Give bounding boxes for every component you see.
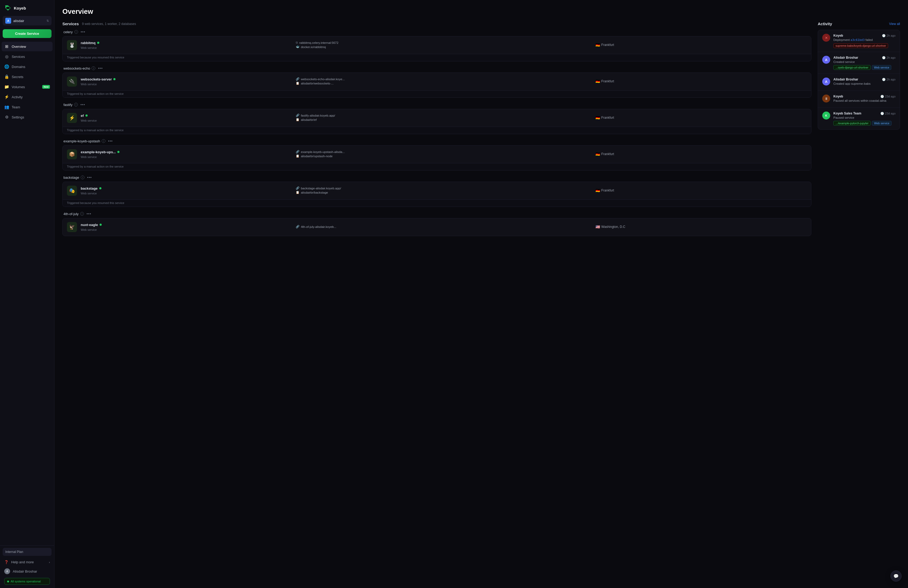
- chevron-updown-icon: ⇅: [47, 19, 49, 23]
- region-text-ef: Frankfurt: [601, 116, 614, 119]
- service-repo-websockets: alisdairbr/websockets-...: [301, 82, 333, 85]
- activity-tag-type-5: Web service: [872, 121, 892, 126]
- link-icon-upstash: 🔗: [296, 150, 299, 153]
- info-icon-websockets[interactable]: i: [92, 66, 95, 70]
- info-icon-fastify[interactable]: i: [74, 103, 78, 106]
- more-options-fastify[interactable]: •••: [80, 103, 85, 107]
- info-icon-celery[interactable]: i: [74, 30, 78, 34]
- flag-icon-ef: 🇩🇪: [596, 116, 600, 120]
- secrets-icon: 🔒: [4, 74, 9, 79]
- docker-icon: 🐳: [296, 45, 299, 48]
- service-docker-rabbitmq: docker.io/rabbitmq: [301, 45, 326, 48]
- help-icon: ❓: [4, 560, 8, 564]
- clock-icon-3: 🕐: [882, 78, 886, 81]
- service-url-upstash: 🔗 example-koyeb-upstash-alisda... 📋 alis…: [296, 150, 592, 159]
- service-type-nuxt: Web service: [81, 228, 97, 231]
- service-name-upstash: example-koyeb-ups...: [81, 150, 116, 154]
- info-icon-upstash[interactable]: i: [102, 139, 105, 143]
- group-header-celery: celery i •••: [63, 30, 811, 34]
- service-region-backstage: 🇩🇪 Frankfurt: [596, 188, 807, 193]
- trigger-ef: Triggered by a manual action on the serv…: [63, 127, 811, 134]
- sidebar-item-services[interactable]: ◎ Services: [2, 52, 53, 61]
- activity-event-icon-1: ✕: [822, 34, 830, 42]
- service-status-backstage: [99, 187, 101, 189]
- info-icon-backstage[interactable]: i: [81, 176, 84, 179]
- sidebar-item-activity[interactable]: ⚡ Activity: [2, 92, 53, 102]
- sidebar: Koyeb A alisdair ⇅ Create Service ⊞ Over…: [0, 0, 55, 588]
- page-title: Overview: [63, 7, 900, 16]
- repo-icon-ef: 📋: [296, 118, 299, 121]
- sidebar-item-domains[interactable]: 🌐 Domains: [2, 62, 53, 71]
- group-name-upstash: example-koyeb-upstash: [63, 139, 100, 143]
- flag-icon-nuxt: 🇺🇸: [596, 225, 600, 229]
- sidebar-item-settings[interactable]: ⚙ Settings: [2, 112, 53, 122]
- clock-icon: 🕐: [882, 34, 886, 37]
- service-status-ef: [85, 114, 88, 117]
- service-info-ef: ef Web service: [81, 114, 292, 122]
- trigger-backstage: Triggered because you resumed this servi…: [63, 200, 811, 207]
- activity-item-4: ⏸ Koyeb 🕐 23d ago Paused all services wi…: [818, 91, 900, 108]
- activity-avatar-2: A: [822, 56, 830, 64]
- more-options-4th[interactable]: •••: [87, 212, 91, 216]
- settings-icon: ⚙: [4, 115, 9, 119]
- activity-actor-5: Koyeb Sales Team: [833, 111, 861, 115]
- more-options-backstage[interactable]: •••: [87, 175, 92, 180]
- activity-actor-2: Alisdair Broshar: [833, 56, 858, 60]
- group-name-celery: celery: [63, 30, 73, 34]
- sidebar-item-secrets[interactable]: 🔒 Secrets: [2, 72, 53, 82]
- service-repo-backstage: alisdairbr/backstage: [301, 191, 328, 194]
- group-header-4th-of-july: 4th-of-july i •••: [63, 212, 811, 216]
- help-and-more-item[interactable]: ❓ Help and more ›: [2, 558, 53, 566]
- sidebar-item-volumes[interactable]: 📁 Volumes New: [2, 82, 53, 92]
- more-options-websockets[interactable]: •••: [98, 66, 103, 70]
- services-header: Services 9 web services, 1 worker, 2 dat…: [63, 21, 811, 26]
- koyeb-logo-icon: [4, 4, 12, 12]
- service-region-ef: 🇩🇪 Frankfurt: [596, 116, 807, 121]
- sidebar-item-team[interactable]: 👥 Team: [2, 102, 53, 112]
- chat-bubble-button[interactable]: 💬: [890, 570, 902, 582]
- group-header-websockets: websockets-echo i •••: [63, 66, 811, 70]
- service-name-rabbitmq: rabbitmq: [81, 41, 96, 45]
- activity-body-2: Alisdair Broshar 🕐 2h ago Created servic…: [833, 56, 895, 70]
- services-subtitle: 9 web services, 1 worker, 2 databases: [82, 22, 136, 26]
- sidebar-item-overview[interactable]: ⊞ Overview: [2, 42, 53, 51]
- info-icon-4th[interactable]: i: [80, 212, 84, 216]
- link-icon-nuxt: 🔗: [296, 225, 299, 229]
- service-status-upstash: [118, 151, 119, 153]
- sidebar-item-label: Team: [12, 105, 20, 109]
- create-service-button[interactable]: Create Service: [3, 29, 52, 38]
- sidebar-bottom: Internal Plan ❓ Help and more › A Alisda…: [0, 546, 54, 588]
- service-icon-websockets: 🔌: [67, 76, 77, 87]
- service-type-ef: Web service: [81, 119, 97, 122]
- content-grid: Services 9 web services, 1 worker, 2 dat…: [63, 21, 900, 241]
- activity-event-icon-4: ⏸: [822, 95, 830, 103]
- activity-time-5: 🕐 23d ago: [881, 112, 895, 115]
- main-content: Overview Services 9 web services, 1 work…: [55, 0, 908, 588]
- service-region-upstash: 🇩🇪 Frankfurt: [596, 152, 807, 157]
- more-options-celery[interactable]: •••: [81, 30, 85, 34]
- more-options-upstash[interactable]: •••: [108, 139, 113, 143]
- service-url-backstage: 🔗 backstage-alisdair.koyeb.app/ 📋 alisda…: [296, 187, 592, 195]
- service-region-rabbitmq: 🇩🇪 Frankfurt: [596, 43, 807, 48]
- service-info-rabbitmq: rabbitmq Web service: [81, 41, 292, 50]
- trigger-websockets: Triggered by a manual action on the serv…: [63, 90, 811, 97]
- help-label: Help and more: [11, 560, 34, 564]
- activity-time-4: 🕐 23d ago: [881, 95, 895, 98]
- team-icon: 👥: [4, 105, 9, 110]
- app-group-4th-of-july: 4th-of-july i ••• 🦅 nuxt-eagle Web servi…: [63, 212, 811, 236]
- service-type-websockets: Web service: [81, 82, 97, 86]
- activity-time-3: 🕐 2h ago: [882, 78, 895, 81]
- service-status-websockets: [113, 78, 116, 80]
- account-switcher[interactable]: A alisdair ⇅: [3, 16, 52, 26]
- services-section: Services 9 web services, 1 worker, 2 dat…: [63, 21, 811, 241]
- group-header-upstash: example-koyeb-upstash i •••: [63, 139, 811, 143]
- pause-icon: ⏸: [824, 97, 828, 101]
- activity-title: Activity: [818, 21, 832, 26]
- view-all-link[interactable]: View all: [889, 22, 900, 26]
- activity-actor-1: Koyeb: [833, 34, 843, 37]
- overview-icon: ⊞: [4, 44, 9, 49]
- activity-actor-3: Alisdair Broshar: [833, 77, 858, 81]
- service-status-rabbitmq: [97, 42, 99, 44]
- user-profile-item[interactable]: A Alisdair Broshar: [2, 566, 53, 576]
- user-avatar: A: [4, 568, 10, 574]
